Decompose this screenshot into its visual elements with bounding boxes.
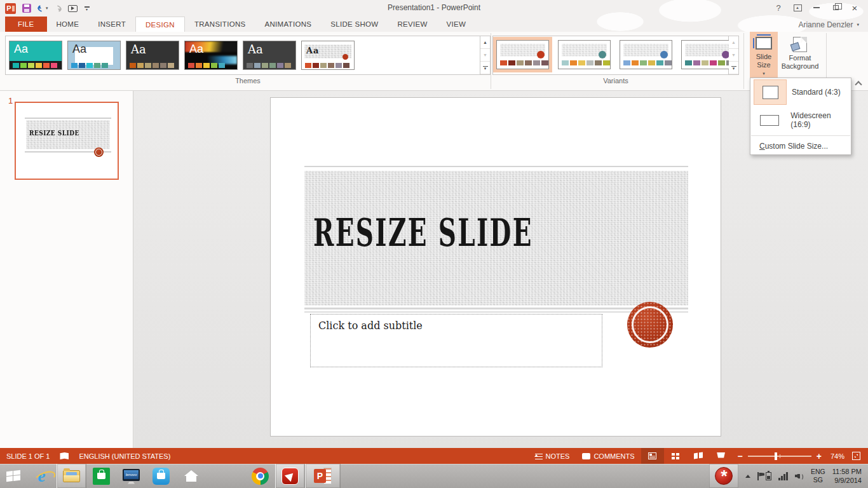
clock[interactable]: 11:58 PM 9/9/2014 xyxy=(832,467,862,485)
menu-item-widescreen[interactable]: Widescreen (16:9) xyxy=(750,106,851,134)
slide-size-button[interactable]: Slide Size ▾ xyxy=(750,32,778,78)
file-explorer-icon xyxy=(63,470,80,482)
zoom-slider[interactable] xyxy=(748,456,811,457)
account-name[interactable]: Arianne Denzler ▾ xyxy=(798,20,859,29)
tab-slide-show[interactable]: SLIDE SHOW xyxy=(321,17,388,32)
format-background-icon xyxy=(793,37,807,52)
slide-show-view-button[interactable] xyxy=(710,448,733,464)
restore-icon[interactable] xyxy=(826,1,845,15)
taskbar-icon-powerpoint[interactable]: P xyxy=(305,464,341,488)
tab-review[interactable]: REVIEW xyxy=(388,17,437,32)
keyboard-code: SG xyxy=(811,476,825,484)
spell-check-icon[interactable] xyxy=(60,452,69,459)
variants-gallery-scrollbar: ▲ ▼ ▾ xyxy=(729,36,739,75)
themes-gallery-more-icon[interactable]: ▾ xyxy=(480,62,490,74)
variant-thumbnail-3[interactable] xyxy=(616,37,675,72)
taskbar-icon-internet-explorer[interactable]: e xyxy=(27,464,57,488)
theme-thumbnail-2[interactable]: Aa xyxy=(67,41,121,70)
tab-file[interactable]: FILE xyxy=(5,17,47,32)
power-icon[interactable] xyxy=(766,472,771,480)
theme-swatch-strip xyxy=(302,61,354,69)
variant-color-swatch xyxy=(508,60,515,65)
theme-thumbnail-6[interactable]: Aa xyxy=(301,41,355,70)
taskbar-icon-file-explorer[interactable] xyxy=(57,464,86,488)
zoom-slider-tick xyxy=(780,454,780,458)
comments-button[interactable]: COMMENTS xyxy=(576,448,641,464)
window-title: Presentation1 - PowerPoint xyxy=(0,3,868,12)
slide-indicator[interactable]: SLIDE 1 OF 1 xyxy=(6,452,50,460)
language-tray-indicator[interactable]: ENG SG xyxy=(811,468,825,484)
themes-scroll-down-icon[interactable]: ▼ xyxy=(480,49,490,62)
slide-canvas[interactable]: RESIZE SLIDE Click to add subtitle xyxy=(270,97,721,437)
network-signal-icon[interactable] xyxy=(778,472,788,480)
language-indicator[interactable]: ENGLISH (UNITED STATES) xyxy=(79,452,170,460)
taskbar-icon-homegroup[interactable] xyxy=(176,464,206,488)
tab-home[interactable]: HOME xyxy=(47,17,89,32)
theme-color-swatch xyxy=(102,63,108,68)
theme-swatch-strip xyxy=(243,61,295,69)
volume-icon[interactable] xyxy=(795,472,804,480)
theme-thumbnail-3[interactable]: Aa xyxy=(126,41,179,70)
slide-title[interactable]: RESIZE SLIDE xyxy=(313,211,533,255)
slide-sorter-view-button[interactable] xyxy=(664,448,687,464)
start-button[interactable] xyxy=(0,464,27,488)
variant-color-swatch xyxy=(623,60,630,65)
variant-stamp-dot xyxy=(660,51,668,58)
theme-color-swatch xyxy=(285,63,291,68)
theme-color-swatch xyxy=(262,63,268,68)
subtitle-placeholder[interactable]: Click to add subtitle xyxy=(310,314,602,367)
action-center-flag-icon[interactable] xyxy=(757,472,759,480)
variants-scroll-down-icon[interactable]: ▼ xyxy=(729,49,738,62)
stamp-graphic[interactable] xyxy=(627,302,673,348)
taskbar-icon-chrome[interactable] xyxy=(245,464,275,488)
tray-red-badge-app[interactable]: * xyxy=(709,464,738,488)
notes-button[interactable]: NOTES xyxy=(529,448,576,464)
zoom-slider-thumb[interactable] xyxy=(775,452,777,460)
taskbar-icon-windows-store[interactable] xyxy=(86,464,116,488)
variant-color-swatch xyxy=(603,60,610,65)
slide-show-icon xyxy=(717,452,725,458)
close-icon[interactable]: × xyxy=(845,1,864,15)
theme-color-swatch xyxy=(313,63,319,68)
show-hidden-icons-icon[interactable] xyxy=(745,475,750,478)
variant-color-swatch xyxy=(685,60,692,65)
subtitle-placeholder-text: Click to add subtitle xyxy=(318,320,423,332)
zoom-level[interactable]: 74% xyxy=(827,452,848,460)
taskbar-icon-red-arrow-app[interactable] xyxy=(275,464,305,488)
tab-animations[interactable]: ANIMATIONS xyxy=(255,17,322,32)
taskbar-icon-lenovo[interactable]: lenovo xyxy=(116,464,146,488)
theme-thumbnail-1[interactable]: Aa xyxy=(9,41,62,70)
minimize-icon[interactable] xyxy=(807,1,826,15)
reading-view-button[interactable] xyxy=(687,448,710,464)
tab-insert[interactable]: INSERT xyxy=(88,17,135,32)
fit-to-window-icon[interactable] xyxy=(852,452,860,460)
tray-date: 9/9/2014 xyxy=(832,476,862,485)
variant-thumbnail-1[interactable] xyxy=(493,37,552,72)
theme-thumbnail-4[interactable]: Aa xyxy=(184,41,238,70)
help-icon[interactable]: ? xyxy=(769,1,788,15)
zoom-in-icon[interactable]: + xyxy=(817,453,822,459)
theme-color-swatch xyxy=(219,63,225,68)
variant-thumbnail-2[interactable] xyxy=(555,37,614,72)
tab-view[interactable]: VIEW xyxy=(437,17,476,32)
format-background-button[interactable]: Format Background xyxy=(780,32,820,78)
slide-thumbnail[interactable]: RESIZE SLIDE xyxy=(15,102,119,180)
variants-scroll-up-icon[interactable]: ▲ xyxy=(729,36,738,49)
tab-transitions[interactable]: TRANSITIONS xyxy=(185,17,255,32)
menu-item-custom-slide-size[interactable]: Custom Slide Size... xyxy=(750,137,851,154)
variants-gallery-more-icon[interactable]: ▾ xyxy=(729,62,738,74)
menu-item-standard[interactable]: Standard (4:3) xyxy=(750,78,851,106)
taskbar-icon-app-shop[interactable] xyxy=(146,464,176,488)
variant-color-swatch xyxy=(517,60,524,65)
theme-thumbnail-5[interactable]: Aa xyxy=(243,41,296,70)
variant-tile xyxy=(496,40,549,69)
normal-view-button[interactable] xyxy=(641,448,664,464)
theme-color-swatch xyxy=(20,63,27,68)
theme-sample-text: Aa xyxy=(14,43,28,57)
tab-design[interactable]: DESIGN xyxy=(135,17,185,32)
themes-scroll-up-icon[interactable]: ▲ xyxy=(480,36,490,49)
zoom-out-icon[interactable]: − xyxy=(738,453,743,459)
lenovo-monitor-icon: lenovo xyxy=(123,469,140,481)
account-dropdown-icon: ▾ xyxy=(857,22,859,27)
ribbon-display-options-icon[interactable]: ▲ xyxy=(788,1,807,15)
